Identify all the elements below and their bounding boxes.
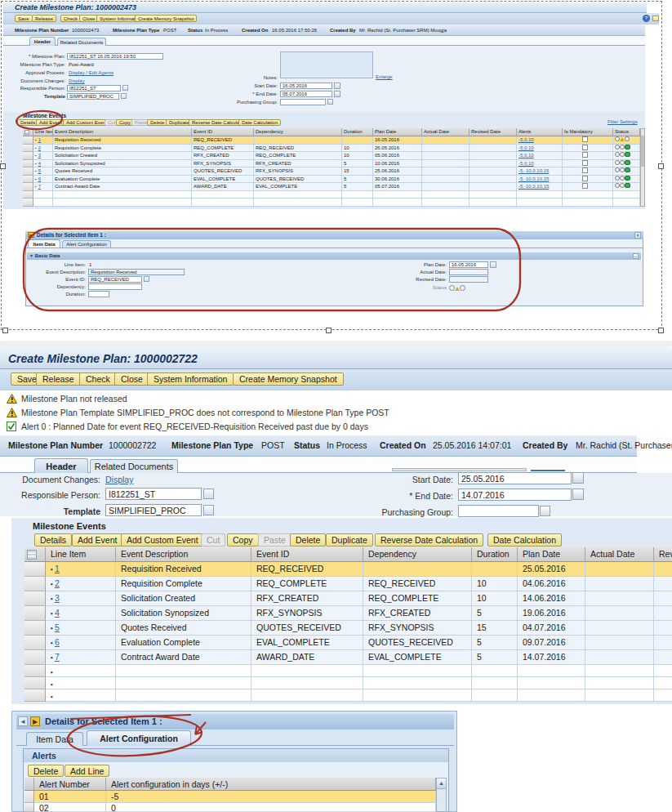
- check-button[interactable]: Check: [79, 373, 117, 386]
- row-selector[interactable]: [24, 621, 46, 636]
- calendar-icon[interactable]: [572, 489, 584, 500]
- purchasing-group-input[interactable]: [458, 505, 539, 517]
- select-all-cell[interactable]: [24, 778, 34, 791]
- col-plan-date[interactable]: Plan Date: [518, 547, 585, 562]
- duration-cell[interactable]: [472, 562, 518, 577]
- row-selector[interactable]: [24, 791, 34, 803]
- close-button[interactable]: Close: [114, 373, 149, 386]
- event-id-cell[interactable]: EVAL_COMPLETE: [251, 636, 363, 650]
- system-information-button[interactable]: System Information: [147, 373, 234, 386]
- col-line-item[interactable]: Line Item: [46, 547, 116, 562]
- plan-date-cell[interactable]: 04.06.2016: [518, 577, 585, 591]
- actual-date-cell[interactable]: [585, 650, 654, 665]
- row-selector[interactable]: [24, 562, 46, 577]
- plan-date-cell[interactable]: 19.06.2016: [518, 606, 585, 621]
- calendar-icon[interactable]: [572, 472, 584, 484]
- duration-cell[interactable]: 15: [472, 621, 518, 636]
- line-item-link[interactable]: 5: [55, 622, 60, 632]
- col-revised-date[interactable]: Revis: [654, 547, 672, 562]
- col-actual-date[interactable]: Actual Date: [585, 547, 654, 562]
- event-id-cell[interactable]: REQ_RECEIVED: [251, 562, 363, 577]
- actual-date-cell[interactable]: [585, 621, 654, 636]
- plan-date-cell[interactable]: 25.05.2016: [518, 562, 585, 577]
- alert-number-cell[interactable]: 02: [34, 803, 106, 812]
- col-duration[interactable]: Duration: [472, 547, 518, 562]
- delete-button[interactable]: Delete: [28, 765, 64, 777]
- reverse-date-calculation-button[interactable]: Reverse Date Calculation: [375, 533, 483, 547]
- event-id-cell[interactable]: RFX_CREATED: [251, 591, 363, 606]
- nav-left-icon[interactable]: ◄: [18, 716, 28, 726]
- duration-cell[interactable]: 5: [472, 636, 518, 650]
- delete-button[interactable]: Delete: [290, 533, 326, 547]
- end-date-input[interactable]: 14.07.2016: [458, 489, 572, 501]
- col-dependency[interactable]: Dependency: [363, 547, 472, 562]
- col-event-description[interactable]: Event Description: [116, 547, 251, 562]
- dependency-cell[interactable]: REQ_RECEIVED: [363, 577, 472, 591]
- revised-date-cell[interactable]: [654, 636, 672, 650]
- row-selector[interactable]: [24, 591, 46, 606]
- value-help-icon[interactable]: [203, 489, 214, 499]
- dependency-cell[interactable]: QUOTES_RECEIVED: [363, 636, 472, 650]
- revised-date-cell[interactable]: [654, 621, 672, 636]
- clipped-scrollbar[interactable]: [392, 468, 527, 471]
- tab-item-data[interactable]: Item Data: [26, 732, 83, 746]
- event-description-cell[interactable]: Quotes Received: [116, 621, 251, 636]
- row-selector[interactable]: [24, 636, 46, 650]
- event-id-cell[interactable]: REQ_COMPLETE: [251, 577, 363, 591]
- create-memory-snapshot-button[interactable]: Create Memory Snapshot: [233, 373, 344, 386]
- tab-related-documents[interactable]: Related Documents: [90, 459, 178, 473]
- line-item-link[interactable]: 1: [55, 564, 60, 573]
- alert-config-cell[interactable]: -5: [106, 791, 436, 803]
- col-alert-config[interactable]: Alert configuration in days (+/-): [106, 778, 436, 791]
- line-item-link[interactable]: 4: [55, 608, 60, 618]
- plan-date-cell[interactable]: 14.07.2016: [518, 650, 585, 665]
- value-help-icon[interactable]: [540, 506, 550, 516]
- col-event-id[interactable]: Event ID: [251, 547, 363, 562]
- row-selector[interactable]: [24, 650, 46, 665]
- revised-date-cell[interactable]: [654, 606, 672, 621]
- actual-date-cell[interactable]: [585, 636, 654, 650]
- actual-date-cell[interactable]: [585, 591, 654, 606]
- plan-date-cell[interactable]: 14.06.2016: [518, 591, 585, 606]
- dependency-cell[interactable]: REQ_COMPLETE: [363, 591, 472, 606]
- cut-button[interactable]: Cut: [201, 533, 225, 547]
- row-selector[interactable]: [24, 803, 34, 812]
- event-description-cell[interactable]: Requisition Complete: [116, 577, 251, 591]
- template-input[interactable]: SIMPLIFIED_PROC: [105, 504, 202, 516]
- row-selector[interactable]: [24, 577, 46, 591]
- duration-cell[interactable]: 5: [472, 650, 518, 665]
- release-button[interactable]: Release: [36, 373, 81, 386]
- tab-alert-configuration[interactable]: Alert Configuration: [87, 730, 191, 746]
- add-line-button[interactable]: Add Line: [65, 765, 109, 777]
- paste-button[interactable]: Paste: [258, 533, 291, 547]
- revised-date-cell[interactable]: [654, 650, 672, 665]
- row-selector[interactable]: [24, 606, 46, 621]
- revised-date-cell[interactable]: [654, 577, 672, 591]
- start-date-input[interactable]: 25.05.2016: [458, 472, 572, 484]
- scroll-up-icon[interactable]: ▲: [437, 779, 446, 789]
- select-all-cell[interactable]: [24, 547, 46, 562]
- alert-number-cell[interactable]: 01: [34, 791, 106, 803]
- expand-right-icon[interactable]: ▶: [30, 716, 40, 726]
- event-id-cell[interactable]: QUOTES_RECEIVED: [251, 621, 363, 636]
- duration-cell[interactable]: 5: [472, 606, 518, 621]
- vertical-scrollbar[interactable]: ▲: [436, 778, 447, 812]
- line-item-link[interactable]: 7: [55, 652, 60, 662]
- copy-button[interactable]: Copy: [227, 533, 259, 547]
- dependency-cell[interactable]: EVAL_COMPLETE: [363, 650, 472, 665]
- actual-date-cell[interactable]: [585, 562, 654, 577]
- plan-date-cell[interactable]: 04.07.2016: [518, 621, 585, 636]
- event-id-cell[interactable]: AWARD_DATE: [251, 650, 363, 665]
- resize-handle-bottom-left[interactable]: [2, 328, 8, 333]
- tab-header[interactable]: Header: [34, 458, 88, 473]
- revised-date-cell[interactable]: [654, 562, 672, 577]
- responsible-person-input[interactable]: I812251_ST: [105, 488, 202, 500]
- duplicate-button[interactable]: Duplicate: [326, 533, 373, 547]
- details-button[interactable]: Details: [34, 533, 72, 547]
- resize-handle-bottom-center[interactable]: [326, 328, 332, 333]
- event-id-cell[interactable]: RFX_SYNOPSIS: [251, 606, 363, 621]
- event-description-cell[interactable]: Requisition Received: [116, 562, 251, 577]
- value-help-icon[interactable]: [203, 505, 214, 515]
- add-event-button[interactable]: Add Event: [72, 533, 122, 547]
- resize-handle-right-center[interactable]: [658, 163, 664, 169]
